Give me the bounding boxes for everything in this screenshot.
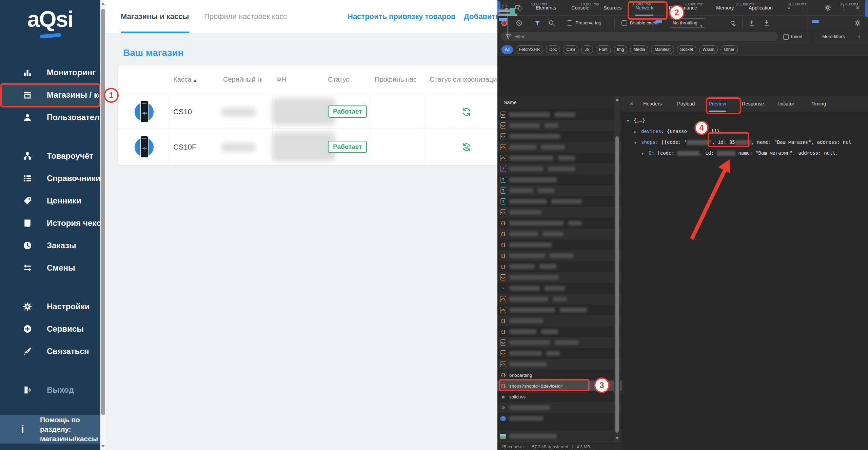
column-header[interactable]: Статус xyxy=(328,76,369,83)
column-header[interactable]: ФН xyxy=(276,76,317,83)
request-row[interactable]: <> xyxy=(497,359,622,370)
sidebar-item-orders[interactable]: Заказы xyxy=(0,234,100,257)
expander-icon[interactable]: ▼ xyxy=(627,117,634,125)
request-row[interactable]: {} xyxy=(497,229,622,239)
request-row[interactable]: <> xyxy=(497,207,622,218)
request-row[interactable]: {} xyxy=(497,250,622,261)
export-har-icon[interactable] xyxy=(763,19,771,27)
expander-icon[interactable]: ▶ xyxy=(634,128,641,136)
request-row[interactable] xyxy=(497,413,622,424)
request-row[interactable]: <> xyxy=(497,337,622,348)
details-tab-timing[interactable]: Timing xyxy=(811,96,826,112)
request-row-solid.ws[interactable]: ⇄solid.ws xyxy=(497,391,622,402)
request-row[interactable]: T xyxy=(497,185,622,196)
request-row[interactable]: {} xyxy=(497,239,622,250)
search-icon[interactable] xyxy=(548,19,556,27)
sidebar-item-price-tags[interactable]: Ценники xyxy=(0,190,100,212)
import-har-icon[interactable] xyxy=(748,19,756,27)
disable-cache-checkbox[interactable] xyxy=(622,20,627,26)
filter-chip-js[interactable]: JS xyxy=(581,45,593,54)
close-details-icon[interactable]: × xyxy=(628,100,636,108)
request-row[interactable]: ~ xyxy=(497,283,622,294)
details-tab-preview[interactable]: Preview xyxy=(709,96,726,112)
page-scrollbar-thumb[interactable] xyxy=(101,9,105,415)
column-header[interactable]: Статус синхронизации xyxy=(430,76,497,83)
filter-chip-socket[interactable]: Socket xyxy=(677,45,696,54)
filter-chip-manifest[interactable]: Manifest xyxy=(651,45,674,54)
filter-chip-doc[interactable]: Doc xyxy=(546,45,560,54)
filter-chip-all[interactable]: All xyxy=(501,45,513,54)
details-tab-response[interactable]: Response xyxy=(742,96,764,112)
filter-chip-img[interactable]: Img xyxy=(614,45,628,54)
tab-shops-and-registers[interactable]: Магазины и кассы xyxy=(121,0,189,33)
sidebar-item-shifts[interactable]: Смены xyxy=(0,257,100,279)
details-tab-headers[interactable]: Headers xyxy=(643,96,662,112)
request-row[interactable]: <> xyxy=(497,153,622,163)
sidebar-item-contact[interactable]: Связаться xyxy=(0,340,100,363)
sidebar-item-users[interactable]: Пользователи xyxy=(0,106,100,129)
request-row[interactable]: <> xyxy=(497,142,622,153)
network-settings-icon[interactable] xyxy=(853,19,862,27)
name-column-header[interactable]: Name xyxy=(497,96,622,109)
expander-icon[interactable]: ▶ xyxy=(642,150,649,157)
configure-product-binding-link[interactable]: Настроить привязку товаров xyxy=(348,0,455,33)
scroll-up-icon[interactable] xyxy=(101,2,105,5)
request-row[interactable] xyxy=(497,424,622,431)
filter-chip-wasm[interactable]: Wasm xyxy=(699,45,718,54)
request-row[interactable]: T xyxy=(497,174,622,185)
sidebar-item-inventory[interactable]: Товароучёт xyxy=(0,145,100,167)
expander-icon[interactable]: ▼ xyxy=(634,139,641,146)
request-row[interactable] xyxy=(497,431,622,442)
table-row[interactable]: CS10Работает xyxy=(118,95,497,129)
scroll-down-icon[interactable] xyxy=(101,445,105,448)
filter-chip-css[interactable]: CSS xyxy=(563,45,578,54)
request-row[interactable]: <> xyxy=(497,294,622,305)
sidebar-item-dictionaries[interactable]: Справочники xyxy=(0,167,100,190)
filter-chip-font[interactable]: Font xyxy=(596,45,611,54)
column-header[interactable]: Касса▲ xyxy=(173,76,214,83)
json-line[interactable]: ▼{,…} xyxy=(627,117,645,124)
filter-input[interactable]: Filter xyxy=(501,32,778,41)
json-line[interactable]: ▶0: {code: , id: name: "Ваш магазин", ad… xyxy=(642,149,838,157)
sidebar-item-settings[interactable]: Настройки xyxy=(0,295,100,318)
clear-icon[interactable] xyxy=(515,19,523,27)
add-link[interactable]: Добавить xyxy=(464,0,497,33)
request-row[interactable]: {} xyxy=(497,261,622,272)
request-row[interactable]: <> xyxy=(497,305,622,315)
sidebar-item-logout[interactable]: Выход xyxy=(0,379,100,401)
request-row[interactable]: {} xyxy=(497,315,622,326)
filter-chip-other[interactable]: Other xyxy=(721,45,738,54)
invert-checkbox[interactable] xyxy=(783,34,789,40)
scroll-up-icon[interactable] xyxy=(615,98,619,101)
request-row[interactable]: {} xyxy=(497,326,622,337)
request-row[interactable]: <> xyxy=(497,348,622,359)
request-row[interactable]: <> xyxy=(497,272,622,283)
sidebar-item-monitoring[interactable]: Мониторинг xyxy=(0,61,100,84)
timeline-handle-left[interactable] xyxy=(497,1,500,14)
request-row[interactable]: / xyxy=(497,163,622,174)
filter-chip-media[interactable]: Media xyxy=(630,45,648,54)
timeline-handle-right[interactable] xyxy=(865,0,868,17)
request-list-scrollbar-thumb[interactable] xyxy=(615,136,619,433)
request-list-scrollbar[interactable] xyxy=(614,96,620,442)
sidebar-item-receipt-history[interactable]: История чеков xyxy=(0,212,100,234)
sync-done-icon[interactable] xyxy=(461,142,472,153)
filter-chip-fetchxhr[interactable]: Fetch/XHR xyxy=(516,45,543,54)
filter-icon[interactable] xyxy=(533,19,541,27)
request-row[interactable]: <> xyxy=(497,120,622,131)
request-row[interactable]: <> xyxy=(497,131,622,142)
sidebar-item-services[interactable]: Сервисы xyxy=(0,318,100,340)
page-scrollbar[interactable] xyxy=(100,0,106,450)
request-row[interactable]: T xyxy=(497,196,622,207)
column-header[interactable]: Серийный номер xyxy=(223,76,262,83)
scroll-down-icon[interactable] xyxy=(615,437,619,439)
network-conditions-icon[interactable] xyxy=(729,19,737,27)
devtools-tab-sources[interactable]: Sources xyxy=(604,0,622,16)
request-row[interactable]: {} xyxy=(497,218,622,229)
details-tab-payload[interactable]: Payload xyxy=(677,96,695,112)
sidebar-help-button[interactable]: i Помощь по разделу: магазины/кассы xyxy=(0,415,100,444)
sync-progress-icon[interactable] xyxy=(461,106,472,117)
request-row[interactable]: <> xyxy=(497,109,622,120)
details-tab-initiator[interactable]: Initiator xyxy=(778,96,794,112)
request-row[interactable]: ⚙ xyxy=(497,402,622,413)
